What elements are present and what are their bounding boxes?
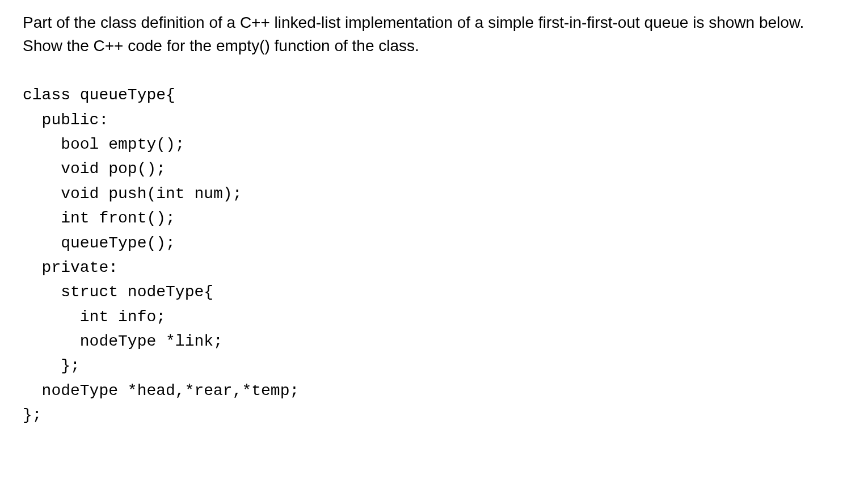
code-line: void pop(); bbox=[23, 160, 166, 178]
question-text: Part of the class definition of a C++ li… bbox=[23, 11, 834, 57]
code-block: class queueType{ public: bool empty(); v… bbox=[23, 83, 845, 427]
code-line: private: bbox=[23, 259, 118, 276]
code-line: public: bbox=[23, 111, 108, 129]
code-line: bool empty(); bbox=[23, 136, 185, 153]
code-line: struct nodeType{ bbox=[23, 283, 213, 301]
code-line: int info; bbox=[23, 308, 166, 326]
code-line: int front(); bbox=[23, 209, 175, 227]
code-line: queueType(); bbox=[23, 234, 175, 252]
code-line: nodeType *link; bbox=[23, 333, 223, 350]
code-line: void push(int num); bbox=[23, 185, 242, 203]
code-line: class queueType{ bbox=[23, 86, 175, 104]
code-line: nodeType *head,*rear,*temp; bbox=[23, 382, 299, 400]
code-line: }; bbox=[23, 357, 80, 375]
code-line: }; bbox=[23, 406, 42, 424]
